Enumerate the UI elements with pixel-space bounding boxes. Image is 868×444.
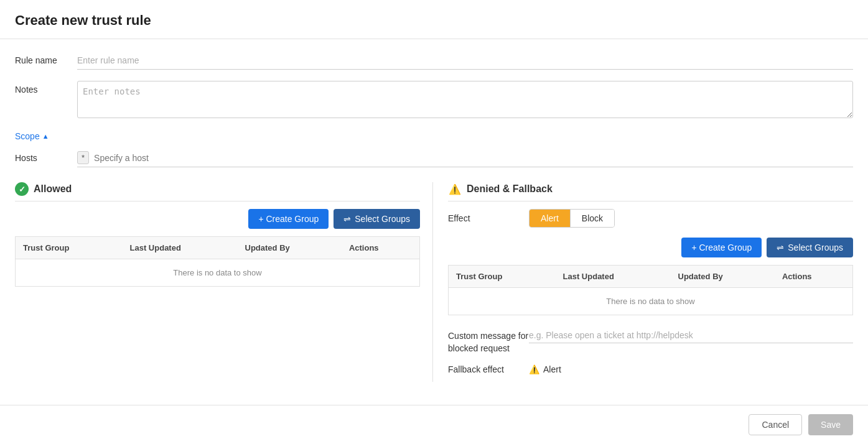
allowed-create-group-button[interactable]: + Create Group bbox=[248, 209, 329, 229]
denied-no-data-row: There is no data to show bbox=[449, 288, 853, 315]
denied-table-header-row: Trust Group Last Updated Updated By Acti… bbox=[449, 266, 853, 288]
allowed-table-header-row: Trust Group Last Updated Updated By Acti… bbox=[16, 237, 420, 259]
cancel-button[interactable]: Cancel bbox=[749, 414, 802, 435]
allowed-table: Trust Group Last Updated Updated By Acti… bbox=[15, 236, 420, 287]
allowed-icon: ✓ bbox=[15, 182, 29, 196]
denied-col-last-updated: Last Updated bbox=[556, 266, 671, 288]
denied-col-updated-by: Updated By bbox=[671, 266, 775, 288]
page-container: Create new trust rule Rule name Notes Sc… bbox=[0, 0, 868, 444]
allowed-col-actions: Actions bbox=[342, 237, 420, 259]
select-groups-icon: ⇌ bbox=[343, 214, 351, 224]
page-header: Create new trust rule bbox=[0, 0, 868, 39]
denied-table: Trust Group Last Updated Updated By Acti… bbox=[448, 265, 853, 315]
save-button[interactable]: Save bbox=[808, 414, 853, 435]
effect-label: Effect bbox=[448, 213, 529, 223]
rule-name-input-wrap bbox=[77, 52, 853, 70]
denied-no-data-cell: There is no data to show bbox=[449, 288, 853, 315]
effect-block-button[interactable]: Block bbox=[571, 210, 614, 227]
effect-buttons: Alert Block bbox=[529, 209, 615, 228]
allowed-no-data-cell: There is no data to show bbox=[16, 259, 420, 287]
page-title: Create new trust rule bbox=[15, 12, 853, 29]
effect-alert-button[interactable]: Alert bbox=[530, 210, 571, 227]
denied-select-groups-button[interactable]: ⇌ Select Groups bbox=[767, 238, 853, 257]
warning-icon: ⚠️ bbox=[448, 182, 462, 196]
form-body: Rule name Notes Scope Hosts * bbox=[0, 39, 868, 405]
rule-name-row: Rule name bbox=[15, 52, 853, 70]
hosts-input-wrap: * bbox=[77, 149, 853, 167]
custom-msg-label: Custom message for blocked request bbox=[448, 328, 529, 354]
denied-btn-row: + Create Group ⇌ Select Groups bbox=[448, 238, 853, 257]
scope-row: Scope bbox=[15, 131, 853, 141]
hosts-label: Hosts bbox=[15, 153, 77, 163]
denied-select-groups-icon: ⇌ bbox=[777, 243, 784, 252]
rule-name-label: Rule name bbox=[15, 52, 77, 65]
hosts-row: Hosts * bbox=[15, 149, 853, 167]
fallback-row: Fallback effect ⚠️ Alert bbox=[448, 364, 853, 374]
denied-select-groups-label: Select Groups bbox=[788, 243, 843, 252]
allowed-select-groups-button[interactable]: ⇌ Select Groups bbox=[334, 209, 420, 229]
denied-panel-title: Denied & Fallback bbox=[467, 183, 553, 195]
allowed-panel-header: ✓ Allowed bbox=[15, 182, 420, 201]
allowed-select-groups-label: Select Groups bbox=[355, 214, 410, 224]
notes-input-wrap bbox=[77, 81, 853, 120]
scope-toggle[interactable]: Scope bbox=[15, 131, 49, 141]
denied-panel: ⚠️ Denied & Fallback Effect Alert Block … bbox=[433, 182, 853, 382]
allowed-table-head: Trust Group Last Updated Updated By Acti… bbox=[16, 237, 420, 259]
allowed-col-last-updated: Last Updated bbox=[123, 237, 238, 259]
denied-create-group-button[interactable]: + Create Group bbox=[681, 238, 762, 257]
hosts-input[interactable] bbox=[94, 153, 853, 163]
fallback-label: Fallback effect bbox=[448, 364, 529, 374]
hosts-asterisk: * bbox=[77, 151, 89, 164]
denied-col-actions: Actions bbox=[775, 266, 853, 288]
page-footer: Cancel Save bbox=[0, 405, 868, 444]
allowed-btn-row: + Create Group ⇌ Select Groups bbox=[15, 209, 420, 229]
denied-panel-header: ⚠️ Denied & Fallback bbox=[448, 182, 853, 201]
allowed-panel: ✓ Allowed + Create Group ⇌ Select Groups… bbox=[15, 182, 433, 382]
fallback-value: ⚠️ Alert bbox=[529, 364, 561, 374]
notes-label: Notes bbox=[15, 81, 77, 95]
denied-col-trust-group: Trust Group bbox=[449, 266, 556, 288]
effect-row: Effect Alert Block bbox=[448, 209, 853, 228]
rule-name-input[interactable] bbox=[77, 52, 853, 70]
allowed-table-body: There is no data to show bbox=[16, 259, 420, 287]
allowed-col-updated-by: Updated By bbox=[238, 237, 342, 259]
denied-table-head: Trust Group Last Updated Updated By Acti… bbox=[449, 266, 853, 288]
allowed-no-data-row: There is no data to show bbox=[16, 259, 420, 287]
notes-row: Notes bbox=[15, 81, 853, 120]
two-panels: ✓ Allowed + Create Group ⇌ Select Groups… bbox=[15, 182, 853, 382]
denied-table-body: There is no data to show bbox=[449, 288, 853, 315]
fallback-warning-icon: ⚠️ bbox=[529, 364, 539, 374]
notes-textarea[interactable] bbox=[77, 81, 853, 118]
allowed-col-trust-group: Trust Group bbox=[16, 237, 123, 259]
fallback-effect-text: Alert bbox=[543, 364, 561, 374]
custom-msg-input[interactable] bbox=[529, 328, 853, 343]
allowed-panel-title: Allowed bbox=[34, 183, 72, 195]
custom-msg-row: Custom message for blocked request bbox=[448, 328, 853, 354]
